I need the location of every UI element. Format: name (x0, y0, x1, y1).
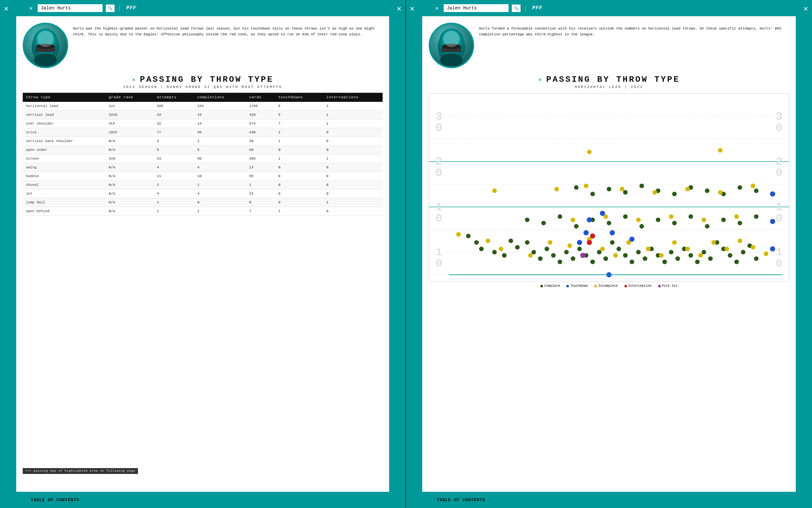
right-page: ✕ ✕ ✕ 🔍 | PFF Hurts formed a formi (406, 0, 812, 508)
col-yards: yards (246, 93, 275, 102)
search-input-r[interactable] (444, 4, 509, 12)
svg-point-113 (528, 253, 533, 258)
table-cell-col-3: 154 (194, 102, 246, 111)
table-cell-col-2: 1 (154, 198, 194, 207)
svg-point-115 (567, 243, 572, 248)
table-cell-col-4: 1 (246, 181, 275, 189)
svg-point-90 (656, 218, 660, 222)
legend-interception: Interception (624, 284, 652, 288)
incomplete-label: Incomplete (598, 284, 618, 288)
table-cell-col-0: stick (23, 128, 106, 137)
corner-bl (0, 492, 16, 508)
svg-point-88 (623, 214, 628, 219)
toc-x-icon-r[interactable]: ✕ (429, 497, 432, 503)
close-button-tr[interactable]: ✕ (397, 4, 401, 13)
left-page: ✕ ✕ ✕ 🔍 | PFF Hurts was the highes (0, 0, 406, 508)
svg-point-41 (479, 247, 484, 251)
col-interceptions: interceptions (323, 93, 382, 102)
table-cell-col-3: 16 (194, 111, 246, 119)
complete-label: Complete (544, 284, 560, 288)
incomplete-dot (594, 285, 597, 287)
close-button-tr-r[interactable]: ✕ (804, 4, 808, 13)
toc-label[interactable]: Table of Contents (31, 498, 80, 503)
table-cell-col-6: 1 (323, 198, 382, 207)
table-cell-col-4: 30 (246, 137, 275, 146)
svg-point-100 (623, 190, 628, 195)
table-cell-col-5: 0 (275, 163, 323, 172)
table-cell-col-0: bubble (23, 172, 106, 181)
search-icon[interactable]: 🔍 (106, 5, 115, 12)
svg-point-121 (659, 253, 664, 258)
table-cell-col-3: 46 (194, 128, 246, 137)
svg-point-124 (698, 253, 703, 258)
field-svg: 3 0 2 0 1 0 1 0 3 0 2 0 1 0 1 0 (429, 94, 789, 281)
section-title-r: ✕ PASSING BY THROW TYPE HORIZONTAL LEAD … (422, 71, 796, 90)
table-cell-col-3: 4 (194, 189, 246, 198)
table-cell-col-1: 1st (106, 102, 154, 111)
svg-point-85 (574, 224, 579, 229)
svg-point-132 (584, 183, 588, 188)
table-cell-col-5: 1 (275, 128, 323, 137)
close-button-tl[interactable]: ✕ (4, 4, 8, 13)
svg-point-117 (600, 247, 605, 251)
svg-point-96 (754, 214, 759, 219)
svg-point-99 (607, 187, 611, 192)
table-cell-col-2: 1 (154, 207, 194, 216)
toc-x-icon[interactable]: ✕ (23, 497, 26, 503)
close-button-tl-r[interactable]: ✕ (410, 4, 414, 13)
svg-point-138 (571, 218, 575, 222)
svg-point-131 (554, 187, 559, 192)
search-icon-r[interactable]: 🔍 (512, 5, 521, 12)
svg-point-74 (708, 256, 713, 261)
svg-point-122 (672, 240, 677, 245)
svg-point-40 (474, 240, 479, 245)
svg-point-48 (538, 256, 543, 261)
svg-text:0: 0 (776, 212, 783, 225)
search-close-icon[interactable]: ✕ (29, 5, 33, 12)
pff-logo: PFF (126, 5, 137, 11)
search-input[interactable] (38, 4, 103, 12)
table-cell-col-1: N/A (106, 181, 154, 189)
table-cell-col-6: 0 (323, 146, 382, 155)
interception-dot (624, 285, 627, 287)
table-cell-col-3: 10 (194, 172, 246, 181)
teal-bar-right-r (796, 16, 812, 492)
svg-point-67 (662, 259, 667, 264)
table-cell-col-4: 55 (246, 172, 275, 181)
field-chart: 3 0 2 0 1 0 1 0 3 0 2 0 1 0 1 0 (429, 93, 789, 282)
svg-point-114 (548, 240, 552, 245)
svg-point-45 (515, 245, 520, 249)
toc-label-r[interactable]: Table of Contents (437, 498, 486, 503)
content-area: Hurts was the highest-graded passer on h… (16, 16, 389, 492)
svg-point-140 (636, 218, 641, 222)
table-cell-col-2: 4 (154, 189, 194, 198)
bottom-bar-r: ✕ Table of Contents (422, 492, 796, 508)
hero-text-r: Hurts formed a formidable connection wit… (479, 23, 789, 37)
table-cell-col-0: vertical back shoulder (23, 137, 106, 146)
search-close-icon-r[interactable]: ✕ (435, 5, 439, 12)
table-cell-col-6: 1 (323, 111, 382, 119)
svg-point-101 (639, 183, 644, 188)
table-cell-col-6: 0 (323, 172, 382, 181)
table-row: stick19th774643010 (23, 128, 382, 137)
hero-section-r: Hurts formed a formidable connection wit… (422, 16, 796, 71)
svg-point-57 (597, 250, 601, 254)
svg-point-133 (620, 187, 624, 192)
divider: | (118, 5, 121, 11)
svg-point-78 (734, 259, 739, 264)
table-cell-col-6: 2 (323, 102, 382, 111)
svg-point-125 (712, 240, 716, 245)
table-row: vertical back shoulderN/A313010 (23, 137, 382, 146)
table-cell-col-3: 1 (194, 207, 246, 216)
legend-incomplete: Incomplete (594, 284, 618, 288)
svg-point-83 (541, 221, 546, 225)
svg-point-130 (492, 188, 497, 193)
table-cell-col-4: 305 (246, 155, 275, 163)
table-cell-col-6: 0 (323, 137, 382, 146)
svg-point-62 (630, 259, 634, 264)
legend-touchdown: Touchdown (566, 284, 588, 288)
table-cell-col-5: 1 (275, 207, 323, 216)
col-touchdowns: touchdowns (275, 93, 323, 102)
svg-text:0: 0 (435, 121, 442, 135)
table-cell-col-1: N/A (106, 207, 154, 216)
